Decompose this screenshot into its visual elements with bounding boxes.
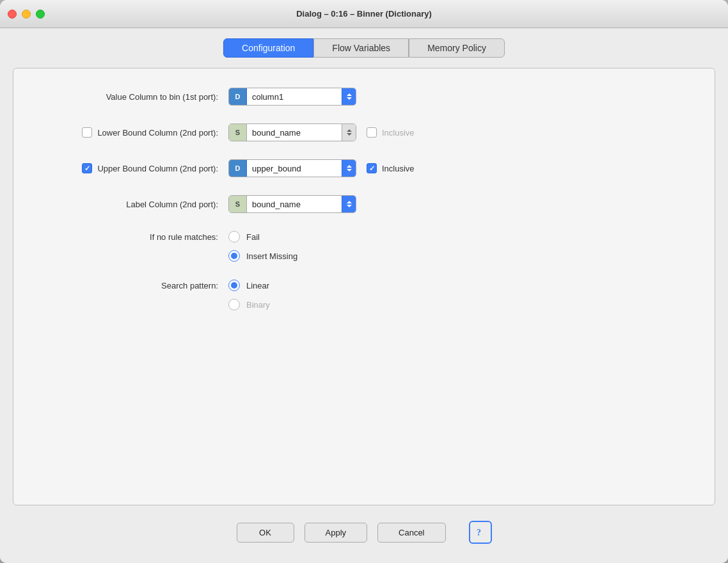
lower-bound-dropdown[interactable]: S bound_name	[228, 123, 356, 141]
radio-linear-circle[interactable]	[228, 280, 240, 291]
value-column-controls: D column1	[228, 88, 689, 106]
value-column-value: column1	[247, 92, 342, 102]
radio-binary-circle[interactable]	[228, 299, 240, 310]
lower-bound-inclusive-checkbox[interactable]	[367, 127, 377, 138]
label-column-arrow[interactable]	[342, 196, 356, 212]
ok-button[interactable]: OK	[237, 523, 294, 543]
maximize-button[interactable]	[36, 10, 45, 19]
search-pattern-radio-group: Linear Binary	[228, 280, 270, 310]
search-pattern-row: Search pattern: Linear Binary	[39, 280, 689, 310]
apply-button[interactable]: Apply	[305, 523, 368, 543]
label-column-controls: S bound_name	[228, 195, 689, 213]
lower-bound-type-badge: S	[229, 124, 247, 141]
help-button[interactable]: ?	[469, 521, 492, 544]
window-title: Dialog – 0:16 – Binner (Dictionary)	[296, 9, 432, 19]
svg-marker-7	[347, 205, 352, 207]
lower-bound-arrow[interactable]	[342, 124, 356, 141]
search-pattern-label: Search pattern:	[39, 280, 218, 290]
radio-binary-label: Binary	[246, 300, 270, 310]
value-column-type-badge: D	[229, 88, 247, 105]
dialog-body: Configuration Flow Variables Memory Poli…	[0, 28, 728, 563]
radio-insert-missing-circle[interactable]	[228, 250, 240, 262]
label-column-row: Label Column (2nd port): S bound_name	[39, 195, 689, 213]
lower-bound-row: Lower Bound Column (2nd port): S bound_n…	[39, 123, 689, 141]
upper-bound-controls: D upper_bound Inclusive	[228, 159, 689, 177]
radio-fail-circle[interactable]	[228, 231, 240, 242]
tab-memory-policy[interactable]: Memory Policy	[409, 38, 505, 58]
configuration-panel: Value Column to bin (1st port): D column…	[13, 68, 715, 505]
svg-marker-3	[347, 133, 352, 136]
lower-bound-checkbox[interactable]	[82, 127, 92, 138]
radio-linear[interactable]: Linear	[228, 280, 270, 291]
tab-bar: Configuration Flow Variables Memory Poli…	[13, 38, 715, 58]
lower-bound-value: bound_name	[247, 128, 342, 138]
svg-marker-1	[347, 97, 352, 100]
radio-fail[interactable]: Fail	[228, 231, 297, 242]
tab-flow-variables[interactable]: Flow Variables	[313, 38, 409, 58]
upper-bound-checkbox[interactable]	[82, 163, 92, 173]
value-column-row: Value Column to bin (1st port): D column…	[39, 88, 689, 106]
label-column-type-badge: S	[229, 196, 247, 212]
radio-insert-missing-label: Insert Missing	[246, 251, 297, 261]
title-bar: Dialog – 0:16 – Binner (Dictionary)	[0, 0, 728, 28]
upper-bound-type-badge: D	[229, 160, 247, 177]
value-column-arrow[interactable]	[342, 88, 356, 105]
upper-bound-dropdown[interactable]: D upper_bound	[228, 159, 356, 177]
minimize-button[interactable]	[22, 10, 31, 19]
upper-bound-inclusive-label: Inclusive	[382, 164, 415, 173]
upper-bound-arrow[interactable]	[342, 160, 356, 177]
upper-bound-inclusive-wrap: Inclusive	[367, 163, 415, 173]
lower-bound-controls: S bound_name Inclusive	[228, 123, 689, 141]
no-rule-label: If no rule matches:	[39, 231, 218, 242]
lower-bound-inclusive-label: Inclusive	[382, 128, 415, 138]
value-column-label: Value Column to bin (1st port):	[39, 92, 218, 102]
upper-bound-value: upper_bound	[247, 164, 342, 173]
upper-bound-label-wrap: Upper Bound Column (2nd port):	[39, 163, 218, 173]
svg-marker-0	[347, 93, 352, 96]
close-button[interactable]	[8, 10, 17, 19]
bottom-bar: OK Apply Cancel ?	[13, 518, 715, 550]
label-column-value: bound_name	[247, 200, 342, 209]
radio-insert-missing[interactable]: Insert Missing	[228, 250, 297, 262]
tab-configuration[interactable]: Configuration	[223, 38, 313, 58]
upper-bound-row: Upper Bound Column (2nd port): D upper_b…	[39, 159, 689, 177]
value-column-dropdown[interactable]: D column1	[228, 88, 356, 106]
upper-bound-inclusive-checkbox[interactable]	[367, 163, 377, 173]
label-column-dropdown[interactable]: S bound_name	[228, 195, 356, 213]
svg-marker-5	[347, 169, 352, 171]
svg-marker-2	[347, 129, 352, 132]
svg-text:?: ?	[477, 528, 481, 537]
no-rule-row: If no rule matches: Fail Insert Missing	[39, 231, 689, 262]
radio-binary[interactable]: Binary	[228, 299, 270, 310]
lower-bound-label: Lower Bound Column (2nd port):	[97, 128, 218, 138]
lower-bound-label-wrap: Lower Bound Column (2nd port):	[39, 127, 218, 138]
dialog-window: Dialog – 0:16 – Binner (Dictionary) Conf…	[0, 0, 728, 563]
label-column-label: Label Column (2nd port):	[39, 200, 218, 209]
svg-marker-4	[347, 165, 352, 168]
no-rule-radio-group: Fail Insert Missing	[228, 231, 297, 262]
radio-linear-label: Linear	[246, 281, 269, 290]
traffic-lights	[8, 10, 45, 19]
upper-bound-label: Upper Bound Column (2nd port):	[97, 164, 218, 173]
cancel-button[interactable]: Cancel	[377, 523, 445, 543]
lower-bound-inclusive-wrap: Inclusive	[367, 127, 415, 138]
radio-fail-label: Fail	[246, 232, 260, 242]
svg-marker-6	[347, 201, 352, 203]
